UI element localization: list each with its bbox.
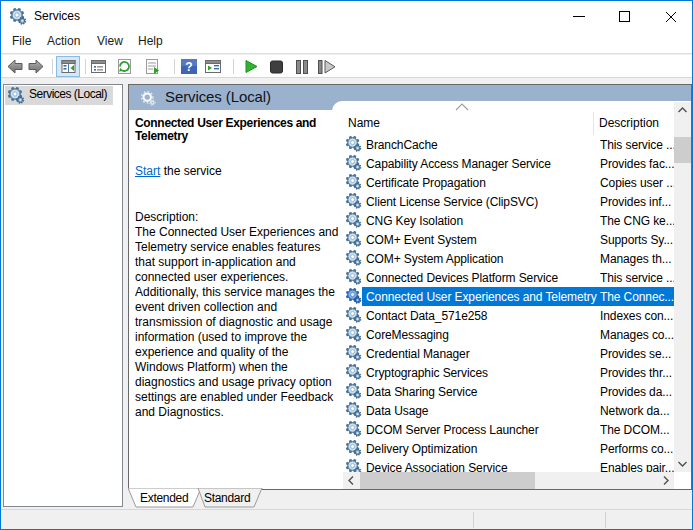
svg-text:Standard: Standard [204,491,250,505]
svg-text:?: ? [185,60,192,74]
svg-text:Extended: Extended [140,491,188,505]
